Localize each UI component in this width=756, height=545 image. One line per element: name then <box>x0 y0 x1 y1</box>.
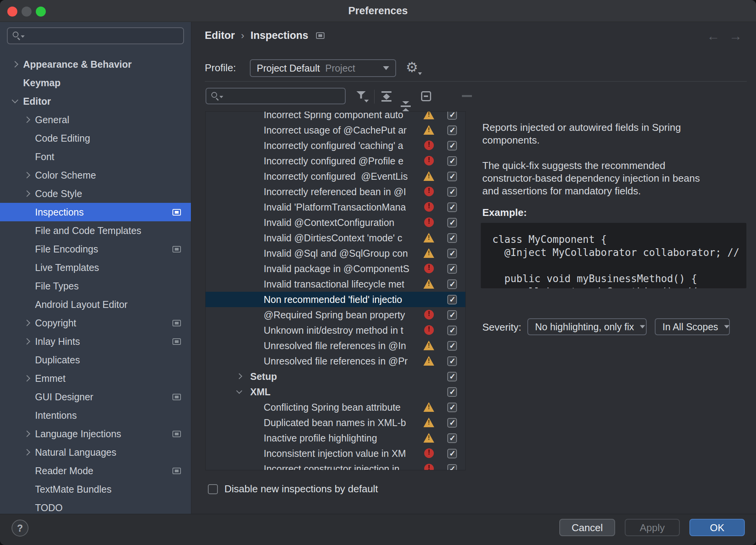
chevron-right-icon[interactable] <box>20 171 33 179</box>
inspection-checkbox[interactable] <box>447 387 457 397</box>
inspection-row-invalid-package-in-components[interactable]: Invalid package in @ComponentS <box>206 261 465 276</box>
inspection-checkbox[interactable] <box>447 111 457 120</box>
ok-button[interactable]: OK <box>689 519 745 536</box>
inspection-checkbox[interactable] <box>447 125 457 135</box>
cancel-button[interactable]: Cancel <box>559 519 615 536</box>
inspection-checkbox[interactable] <box>447 464 457 470</box>
inspection-row-non-recommended-field-injectio[interactable]: Non recommended 'field' injectio <box>206 292 465 307</box>
inspection-row-incorrectly-configured-caching-a[interactable]: Incorrectly configured 'caching' a <box>206 138 465 153</box>
inspection-checkbox[interactable] <box>447 341 457 351</box>
inspection-checkbox[interactable] <box>447 433 457 443</box>
inspection-row-incorrectly-configured-eventlis[interactable]: Incorrectly configured @EventLis <box>206 169 465 184</box>
help-button[interactable]: ? <box>12 520 28 537</box>
sidebar-item-font[interactable]: Font <box>0 147 191 166</box>
inspection-checkbox[interactable] <box>447 218 457 227</box>
sidebar-item-file-and-code-templates[interactable]: File and Code Templates <box>0 221 191 240</box>
inspection-checkbox[interactable] <box>447 326 457 335</box>
sidebar-item-android-layout-editor[interactable]: Android Layout Editor <box>0 295 191 314</box>
inspection-row-incorrectly-configured-profile-e[interactable]: Incorrectly configured @Profile e <box>206 153 465 169</box>
inspection-row-conflicting-spring-bean-attribute[interactable]: Conflicting Spring bean attribute <box>206 400 465 415</box>
sidebar-item-file-encodings[interactable]: File Encodings <box>0 240 191 258</box>
back-arrow-icon[interactable]: ← <box>707 28 720 43</box>
search-options-caret-icon[interactable] <box>219 96 223 98</box>
chevron-right-icon[interactable] <box>20 319 33 327</box>
chevron-right-icon[interactable] <box>8 60 22 68</box>
inspection-row-unknown-init-destroy-method-in-t[interactable]: Unknown init/destroy method in t <box>206 323 465 338</box>
inspection-checkbox[interactable] <box>447 295 457 304</box>
inspection-row-invalid-dirtiescontext-mode-c[interactable]: Invalid @DirtiesContext 'mode' c <box>206 230 465 246</box>
inspection-checkbox[interactable] <box>447 156 457 166</box>
apply-button[interactable]: Apply <box>625 519 680 536</box>
inspection-row-unresolved-file-references-in-in[interactable]: Unresolved file references in @In <box>206 338 465 353</box>
inspection-checkbox[interactable] <box>447 187 457 197</box>
chevron-right-icon[interactable] <box>20 338 33 345</box>
chevron-right-icon[interactable] <box>20 190 33 197</box>
sidebar-item-code-editing[interactable]: Code Editing <box>0 129 191 147</box>
forward-arrow-icon[interactable]: → <box>729 28 742 43</box>
chevron-right-icon[interactable] <box>20 374 33 382</box>
chevron-down-icon[interactable] <box>8 97 22 105</box>
inspections-search-input[interactable] <box>206 88 346 104</box>
sidebar-item-todo[interactable]: TODO <box>0 498 191 514</box>
chevron-right-icon[interactable] <box>234 373 246 380</box>
inspection-checkbox[interactable] <box>447 172 457 181</box>
sidebar-item-inspections[interactable]: Inspections <box>0 203 191 221</box>
inspection-checkbox[interactable] <box>447 249 457 258</box>
sidebar-item-code-style[interactable]: Code Style <box>0 184 191 203</box>
inspection-row-duplicated-bean-names-in-xml-b[interactable]: Duplicated bean names in XML-b <box>206 415 465 430</box>
inspection-checkbox[interactable] <box>447 264 457 274</box>
inspection-row-incorrect-constructor-injection-in[interactable]: Incorrect constructor injection in <box>206 461 465 470</box>
breadcrumb-section[interactable]: Editor <box>205 30 235 42</box>
inspection-row-incorrectly-referenced-bean-in-i[interactable]: Incorrectly referenced bean in @I <box>206 184 465 199</box>
minimize-button[interactable] <box>22 7 32 17</box>
remove-icon[interactable] <box>462 95 472 97</box>
inspection-row-invalid-sql-and-sqlgroup-con[interactable]: Invalid @Sql and @SqlGroup con <box>206 246 465 261</box>
sidebar-item-appearance-behavior[interactable]: Appearance & Behavior <box>0 55 191 74</box>
inspection-row-inconsistent-injection-value-in-xm[interactable]: Inconsistent injection value in XM <box>206 446 465 461</box>
sidebar-item-file-types[interactable]: File Types <box>0 277 191 295</box>
sidebar-search-input[interactable] <box>7 27 184 44</box>
inspection-row-invalid-contextconfiguration[interactable]: Invalid @ContextConfiguration <box>206 215 465 230</box>
inspection-checkbox[interactable] <box>447 449 457 458</box>
sidebar-item-copyright[interactable]: Copyright <box>0 314 191 332</box>
inspection-row-unresolved-file-references-in-pr[interactable]: Unresolved file references in @Pr <box>206 353 465 369</box>
sidebar-item-editor[interactable]: Editor <box>0 92 191 110</box>
sidebar-item-textmate-bundles[interactable]: TextMate Bundles <box>0 480 191 498</box>
sidebar-item-general[interactable]: General <box>0 110 191 129</box>
inspection-checkbox[interactable] <box>447 233 457 243</box>
sidebar-item-emmet[interactable]: Emmet <box>0 369 191 388</box>
collapse-all-icon[interactable] <box>400 101 411 111</box>
sidebar-item-duplicates[interactable]: Duplicates <box>0 351 191 369</box>
inspection-checkbox[interactable] <box>447 279 457 289</box>
sidebar-item-reader-mode[interactable]: Reader Mode <box>0 461 191 480</box>
filter-icon[interactable] <box>356 91 366 99</box>
disable-new-inspections-checkbox[interactable] <box>208 484 218 494</box>
gear-icon[interactable]: ⚙ <box>406 59 418 76</box>
chevron-down-icon[interactable] <box>234 388 246 396</box>
filter-caret-icon[interactable] <box>364 100 369 102</box>
inspection-row-required-spring-bean-property[interactable]: @Required Spring bean property <box>206 307 465 323</box>
inspection-row-incorrect-usage-of-cacheput-ar[interactable]: Incorrect usage of @CachePut ar <box>206 122 465 138</box>
inspection-checkbox[interactable] <box>447 356 457 366</box>
close-button[interactable] <box>7 7 17 17</box>
sidebar-item-gui-designer[interactable]: GUI Designer <box>0 388 191 406</box>
inspection-row-xml[interactable]: XML <box>206 384 465 400</box>
sidebar-item-color-scheme[interactable]: Color Scheme <box>0 166 191 184</box>
inspection-checkbox[interactable] <box>447 141 457 150</box>
inspection-checkbox[interactable] <box>447 202 457 212</box>
inspection-row-inactive-profile-highlighting[interactable]: Inactive profile highlighting <box>206 430 465 446</box>
scope-dropdown[interactable]: In All Scopes <box>655 318 730 335</box>
sidebar-item-natural-languages[interactable]: Natural Languages <box>0 443 191 461</box>
zoom-button[interactable] <box>36 7 46 17</box>
sidebar-item-language-injections[interactable]: Language Injections <box>0 425 191 443</box>
inspection-row-invalid-transactional-lifecycle-met[interactable]: Invalid transactional lifecycle met <box>206 276 465 292</box>
chevron-right-icon[interactable] <box>20 430 33 438</box>
sidebar-item-live-templates[interactable]: Live Templates <box>0 258 191 277</box>
inspection-checkbox[interactable] <box>447 418 457 428</box>
inspection-checkbox[interactable] <box>447 403 457 412</box>
chevron-right-icon[interactable] <box>20 448 33 456</box>
expand-all-icon[interactable] <box>381 91 392 101</box>
inspection-row-invalid-platformtransactionmana[interactable]: Invalid 'PlatformTransactionMana <box>206 199 465 215</box>
inspection-checkbox[interactable] <box>447 372 457 381</box>
sidebar-item-intentions[interactable]: Intentions <box>0 406 191 425</box>
